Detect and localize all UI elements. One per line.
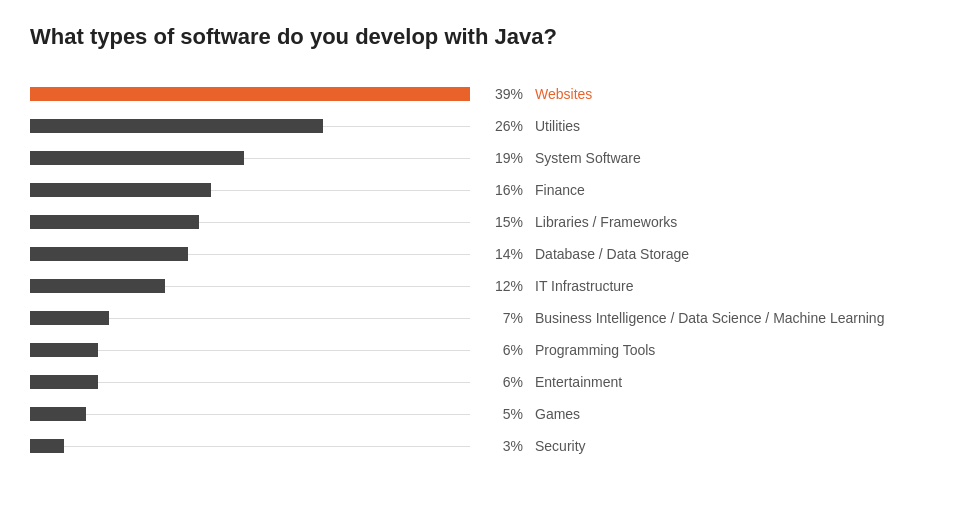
- cat-label-security: Security: [535, 438, 586, 454]
- pct-label-system-software: 19%: [478, 150, 523, 166]
- bar-fill-entertainment: [30, 375, 98, 389]
- pct-label-finance: 16%: [478, 182, 523, 198]
- cat-label-prog-tools: Programming Tools: [535, 342, 655, 358]
- bar-fill-security: [30, 439, 64, 453]
- pct-label-security: 3%: [478, 438, 523, 454]
- bar-fill-bi-ml: [30, 311, 109, 325]
- pct-label-database: 14%: [478, 246, 523, 262]
- pct-label-utilities: 26%: [478, 118, 523, 134]
- bar-fill-system-software: [30, 151, 244, 165]
- cat-label-finance: Finance: [535, 182, 585, 198]
- bar-track-database: [30, 254, 470, 255]
- pct-label-bi-ml: 7%: [478, 310, 523, 326]
- pct-label-it-infra: 12%: [478, 278, 523, 294]
- bar-row-system-software: 19%System Software: [30, 142, 950, 174]
- cat-label-database: Database / Data Storage: [535, 246, 689, 262]
- bar-fill-utilities: [30, 119, 323, 133]
- bar-track-finance: [30, 190, 470, 191]
- bar-track-libraries: [30, 222, 470, 223]
- cat-label-utilities: Utilities: [535, 118, 580, 134]
- bar-row-utilities: 26%Utilities: [30, 110, 950, 142]
- bar-fill-finance: [30, 183, 211, 197]
- bar-fill-database: [30, 247, 188, 261]
- bar-fill-websites: [30, 87, 470, 101]
- bar-row-security: 3%Security: [30, 430, 950, 462]
- bar-track-utilities: [30, 126, 470, 127]
- bar-fill-games: [30, 407, 86, 421]
- pct-label-entertainment: 6%: [478, 374, 523, 390]
- bar-row-it-infra: 12%IT Infrastructure: [30, 270, 950, 302]
- bar-track-prog-tools: [30, 350, 470, 351]
- bar-chart: 39%Websites26%Utilities19%System Softwar…: [30, 78, 950, 462]
- bar-track-games: [30, 414, 470, 415]
- bar-fill-it-infra: [30, 279, 165, 293]
- bar-row-database: 14%Database / Data Storage: [30, 238, 950, 270]
- pct-label-libraries: 15%: [478, 214, 523, 230]
- bar-fill-libraries: [30, 215, 199, 229]
- cat-label-it-infra: IT Infrastructure: [535, 278, 634, 294]
- cat-label-system-software: System Software: [535, 150, 641, 166]
- cat-label-entertainment: Entertainment: [535, 374, 622, 390]
- bar-track-bi-ml: [30, 318, 470, 319]
- bar-track-system-software: [30, 158, 470, 159]
- cat-label-bi-ml: Business Intelligence / Data Science / M…: [535, 310, 884, 326]
- bar-row-bi-ml: 7%Business Intelligence / Data Science /…: [30, 302, 950, 334]
- cat-label-games: Games: [535, 406, 580, 422]
- bar-fill-prog-tools: [30, 343, 98, 357]
- bar-track-entertainment: [30, 382, 470, 383]
- bar-row-entertainment: 6%Entertainment: [30, 366, 950, 398]
- cat-label-libraries: Libraries / Frameworks: [535, 214, 677, 230]
- bar-track-security: [30, 446, 470, 447]
- chart-title: What types of software do you develop wi…: [30, 24, 950, 50]
- bar-row-games: 5%Games: [30, 398, 950, 430]
- bar-row-libraries: 15%Libraries / Frameworks: [30, 206, 950, 238]
- bar-row-websites: 39%Websites: [30, 78, 950, 110]
- bar-track-websites: [30, 94, 470, 95]
- pct-label-websites: 39%: [478, 86, 523, 102]
- bar-track-it-infra: [30, 286, 470, 287]
- bar-row-finance: 16%Finance: [30, 174, 950, 206]
- bar-row-prog-tools: 6%Programming Tools: [30, 334, 950, 366]
- cat-label-websites: Websites: [535, 86, 592, 102]
- pct-label-prog-tools: 6%: [478, 342, 523, 358]
- pct-label-games: 5%: [478, 406, 523, 422]
